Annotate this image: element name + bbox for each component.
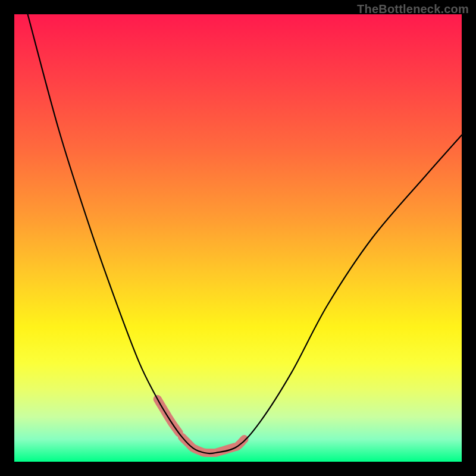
highlight-right-ascent — [215, 439, 244, 453]
bottleneck-curve — [28, 14, 462, 453]
plot-svg — [14, 14, 462, 462]
